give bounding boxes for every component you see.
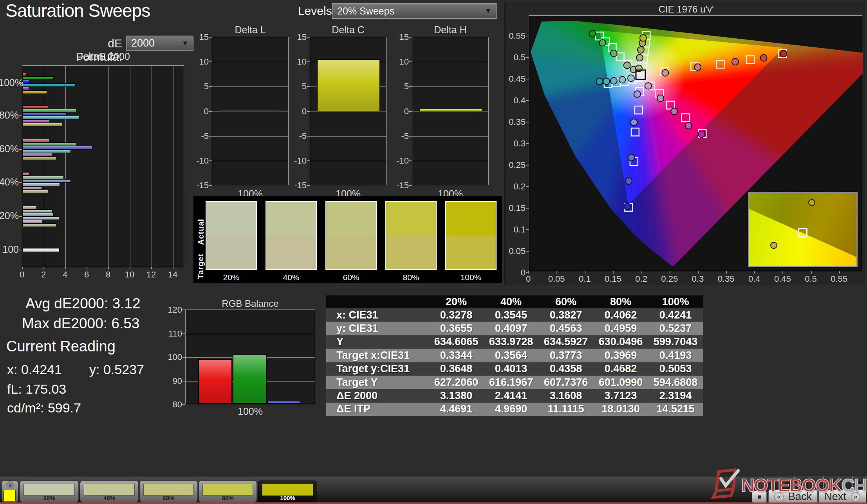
table-value-cell: 0.3278 xyxy=(429,308,484,322)
table-corner-cell xyxy=(326,295,429,308)
delta-ytick: -5 xyxy=(190,131,209,140)
delta-ytick: -10 xyxy=(190,156,209,165)
cie-xtick: 0.5 xyxy=(799,274,823,283)
cie-measured-magenta xyxy=(671,108,677,115)
table-header-row: 20%40%60%80%100% xyxy=(326,295,703,308)
table-value-cell: 3.1608 xyxy=(538,389,593,402)
deltae-bar-cyan xyxy=(22,116,79,119)
measurement-table: 20%40%60%80%100%x: CIE310.32780.35450.38… xyxy=(326,295,703,416)
cie-measured-green xyxy=(611,50,617,57)
table-row-label: Target x:CIE31 xyxy=(326,349,429,362)
actual-row-label: Actual xyxy=(197,219,206,245)
cie-measured-green xyxy=(599,40,606,46)
table-row-label: ΔE ITP xyxy=(326,403,429,416)
table-value-cell: 599.7043 xyxy=(648,335,703,349)
deltae-bar-green xyxy=(22,109,76,112)
table-row-label: ΔE 2000 xyxy=(326,389,429,402)
deltae-group-label: 40% xyxy=(0,176,19,187)
deltae-bar-magenta xyxy=(22,220,42,223)
deltae-xtick: 8 xyxy=(100,270,116,279)
saturation-tile-60%[interactable]: 60% xyxy=(139,481,198,502)
cie-measured-red xyxy=(662,70,668,76)
page-title: Saturation Sweeps xyxy=(5,0,150,21)
swatch-compare-60% xyxy=(325,201,377,270)
up-arrow-icon[interactable]: ▲ xyxy=(6,481,14,488)
table-row-label: Target y:CIE31 xyxy=(326,362,429,376)
saturation-tile-20%[interactable]: 20% xyxy=(20,481,79,502)
table-value-cell: 0.3773 xyxy=(538,349,593,362)
tile-label: 20% xyxy=(20,495,78,501)
logo-text-notebook: NOTEBOOK xyxy=(741,474,842,496)
table-value-cell: 634.5927 xyxy=(538,335,593,349)
swatch-target xyxy=(206,236,256,269)
deltae-bar-yellow xyxy=(22,123,62,126)
cie-ytick: 0.15 xyxy=(501,203,526,212)
delta-c-plot xyxy=(310,37,387,185)
inset-target-square xyxy=(798,228,807,238)
swatch-target xyxy=(326,236,376,269)
rgb-ytick: 90 xyxy=(159,376,182,385)
table-value-cell: 0.4097 xyxy=(484,322,538,335)
table-value-cell: 607.7376 xyxy=(538,376,593,389)
table-value-cell: 4.4691 xyxy=(429,403,484,416)
deltae-bar-green xyxy=(22,176,64,179)
notebookcheck-logo: NOTEBOOK CHECK xyxy=(711,468,867,502)
deltae-xtick: 10 xyxy=(122,270,137,279)
deltae-bar-green xyxy=(22,76,54,80)
table-value-cell: 0.3564 xyxy=(484,349,538,362)
rgb-ytick: 80 xyxy=(159,400,182,409)
current-color-swatch xyxy=(4,490,16,501)
de-formula-value: 2000 xyxy=(131,37,182,49)
current-reading-title: Current Reading xyxy=(6,338,116,355)
rgb-ytick: 100 xyxy=(159,352,182,362)
avg-de2000-value: Avg dE2000: 3.12 xyxy=(25,295,141,312)
table-value-cell: 0.4959 xyxy=(593,322,648,335)
delta-ytick: 5 xyxy=(288,81,307,91)
table-value-cell: 616.1967 xyxy=(484,376,538,389)
delta-ytick: 15 xyxy=(190,32,209,41)
delta-l-plot xyxy=(212,37,289,185)
cie-xtick: 0.15 xyxy=(601,274,625,283)
delta-ytick: -5 xyxy=(288,131,307,140)
deltae-plot xyxy=(22,65,184,267)
table-value-cell: 3.1380 xyxy=(429,389,484,402)
table-row-label: Y xyxy=(326,335,429,349)
logo-text-check: CHECK xyxy=(842,474,867,496)
cie-ytick: 0 xyxy=(501,268,526,277)
rgb-xlabel: 100% xyxy=(185,406,315,416)
table-value-cell: 634.6065 xyxy=(429,335,484,349)
table-value-cell: 594.6808 xyxy=(648,376,703,389)
swatch-compare-20% xyxy=(206,201,257,270)
saturation-tile-100%[interactable]: 100% xyxy=(258,481,317,502)
table-value-cell: 0.3969 xyxy=(593,349,648,362)
levels-dropdown[interactable]: 20% Sweeps ▼ xyxy=(332,3,497,19)
table-value-cell: 0.3655 xyxy=(429,322,484,335)
saturation-tile-80%[interactable]: 80% xyxy=(199,481,257,502)
rgb-bar-blue xyxy=(267,401,301,404)
swatch-label: 20% xyxy=(206,273,257,282)
tile-label: 100% xyxy=(258,495,317,501)
de-formula-dropdown[interactable]: 2000 ▼ xyxy=(126,36,193,51)
delta-ytick: 10 xyxy=(390,57,409,66)
table-value-cell: 14.5215 xyxy=(648,403,703,416)
table-row-label: Target Y xyxy=(326,376,429,389)
table-value-cell: 0.4013 xyxy=(484,362,538,376)
color-list-scroll-tile[interactable]: ▲ xyxy=(2,481,18,502)
tile-label: 40% xyxy=(80,495,138,501)
tile-color-patch xyxy=(84,484,135,496)
deltae-bar-cyan xyxy=(22,216,59,220)
cie-measured-yellow xyxy=(636,65,642,72)
rgb-ytick: 110 xyxy=(159,329,182,338)
tile-color-patch xyxy=(262,484,313,496)
swatch-label: 60% xyxy=(325,273,377,282)
swatch-actual xyxy=(206,202,256,236)
deltae-group-label: 100 xyxy=(0,244,19,255)
table-value-cell: 0.3648 xyxy=(429,362,484,376)
table-value-cell: 11.1115 xyxy=(538,403,593,416)
cie-measured-green xyxy=(589,30,596,37)
table-value-cell: 2.3194 xyxy=(648,389,703,402)
cie-xtick: 0.1 xyxy=(573,274,596,283)
cie-ytick: 0.2 xyxy=(501,182,526,191)
cie-measured-red xyxy=(732,58,739,65)
saturation-tile-40%[interactable]: 40% xyxy=(80,481,139,502)
